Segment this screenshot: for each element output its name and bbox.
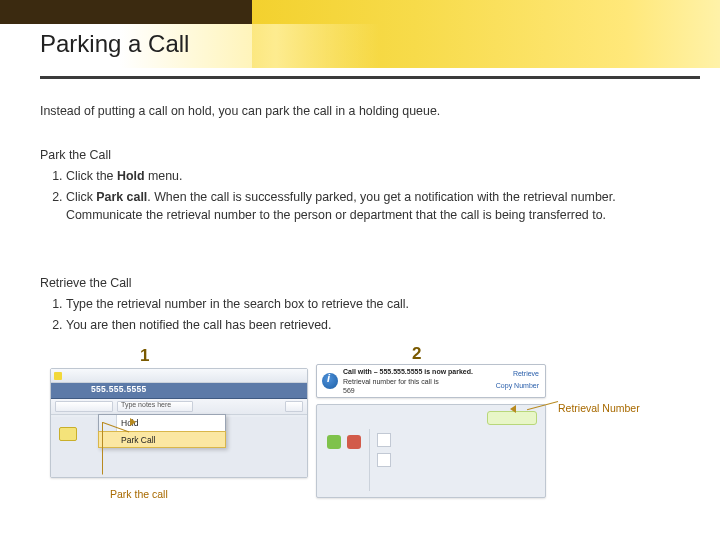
figure-label-2: 2 — [412, 344, 421, 364]
figure-1: 555.555.5555 Type notes here Hold Park C… — [50, 368, 308, 478]
step-1: Type the retrieval number in the search … — [66, 296, 680, 314]
end-call-icon[interactable] — [347, 435, 361, 449]
panel-button[interactable] — [377, 433, 391, 447]
callout-arrow-1 — [102, 422, 130, 475]
page-title: Parking a Call — [40, 30, 189, 58]
callout-park-the-call: Park the call — [110, 488, 168, 500]
intro-text: Instead of putting a call on hold, you c… — [40, 104, 680, 118]
title-underline — [40, 76, 700, 79]
section-retrieve-call: Retrieve the Call Type the retrieval num… — [40, 276, 680, 338]
step-text: menu. — [145, 169, 183, 183]
call-header-bar: 555.555.5555 — [51, 383, 307, 399]
step-1: Click the Hold menu. — [66, 168, 680, 186]
park-notification-toast: Call with – 555.555.5555 is now parked. … — [316, 364, 546, 398]
section-park-call: Park the Call Click the Hold menu. Click… — [40, 148, 680, 228]
toast-subtitle: Retrieval number for this call is — [343, 378, 439, 385]
toolbar-overflow-button[interactable] — [285, 401, 303, 412]
info-icon — [322, 373, 338, 389]
step-text: . When the call is successfully parked, … — [66, 190, 616, 222]
figure-2: Call with – 555.555.5555 is now parked. … — [316, 364, 546, 500]
call-toolbar: Type notes here — [51, 399, 307, 415]
answer-call-icon[interactable] — [327, 435, 341, 449]
step-text: Click — [66, 190, 96, 204]
contact-card-icon — [59, 427, 77, 441]
toast-action-retrieve[interactable]: Retrieve — [513, 370, 539, 377]
status-pill — [487, 411, 537, 425]
window-titlebar — [51, 369, 307, 383]
callout-arrow-2 — [546, 385, 558, 386]
step-2: You are then notified the call has been … — [66, 317, 680, 335]
banner-accent-brown — [0, 0, 252, 24]
app-icon — [54, 372, 62, 380]
section-heading: Park the Call — [40, 148, 680, 162]
slide: Parking a Call Instead of putting a call… — [0, 0, 720, 540]
toast-title: Call with – 555.555.5555 is now parked. — [343, 368, 473, 375]
step-text: Click the — [66, 169, 117, 183]
step-2: Click Park call. When the call is succes… — [66, 189, 680, 225]
divider — [369, 429, 370, 491]
step-bold: Park call — [96, 190, 147, 204]
toolbar-button[interactable] — [55, 401, 113, 412]
figure-label-1: 1 — [140, 346, 149, 366]
caller-number: 555.555.5555 — [91, 384, 147, 394]
toast-retrieval-number: 569 — [343, 387, 355, 394]
step-bold: Hold — [117, 169, 145, 183]
toast-action-copy[interactable]: Copy Number — [496, 382, 539, 389]
section-heading: Retrieve the Call — [40, 276, 680, 290]
conversation-window — [316, 404, 546, 498]
notes-placeholder: Type notes here — [121, 401, 171, 408]
callout-retrieval-number: Retrieval Number — [558, 402, 640, 414]
panel-button[interactable] — [377, 453, 391, 467]
